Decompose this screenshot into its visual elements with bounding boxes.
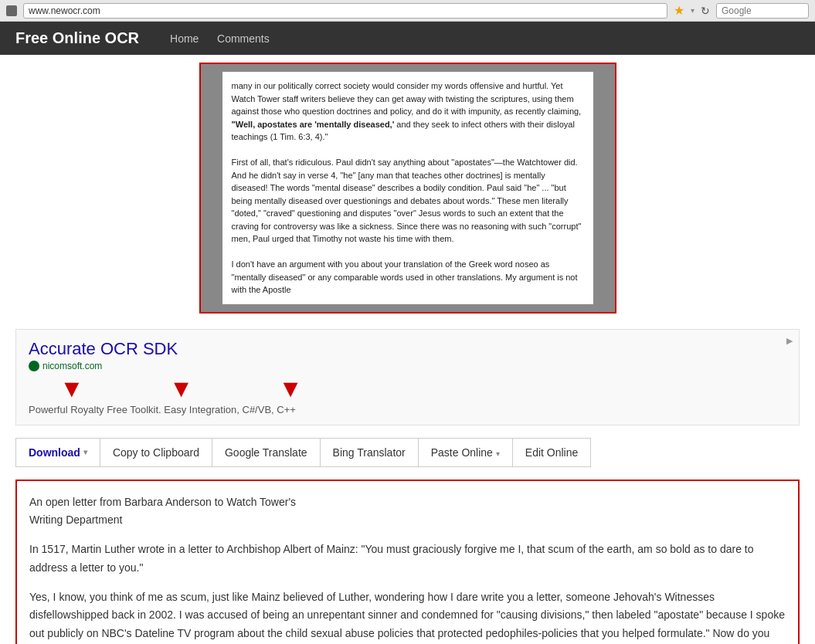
- download-chevron-icon: ▾: [83, 448, 87, 456]
- ocr-result: An open letter from Barbara Anderson to …: [15, 480, 800, 645]
- browser-favicon: [6, 5, 17, 16]
- google-translate-button[interactable]: Google Translate: [212, 439, 321, 466]
- ad-arrow-1: ▼: [59, 376, 84, 401]
- browser-url-input[interactable]: [23, 3, 667, 19]
- download-button[interactable]: Download ▾: [16, 439, 100, 466]
- action-buttons: Download ▾ Copy to Clipboard Google Tran…: [15, 438, 591, 467]
- ocr-text-block: many in our politically correct society …: [222, 72, 593, 304]
- browser-star-dropdown[interactable]: ▾: [691, 6, 694, 15]
- paste-chevron-icon: ▾: [496, 449, 500, 458]
- ocr-text-para2: First of all, that's ridiculous. Paul di…: [232, 156, 584, 246]
- site-nav: Home Comments: [170, 32, 285, 45]
- browser-star[interactable]: ★: [674, 3, 684, 18]
- nav-comments[interactable]: Comments: [217, 32, 270, 45]
- ad-arrow-2: ▼: [169, 376, 194, 401]
- main-content: many in our politically correct society …: [0, 55, 815, 644]
- ad-title-link[interactable]: Accurate OCR SDK: [29, 339, 178, 358]
- browser-search-input[interactable]: [716, 3, 809, 19]
- ad-arrow-3: ▼: [278, 376, 303, 401]
- browser-bar: ★ ▾ ↻: [0, 0, 815, 22]
- site-title: Free Online OCR: [15, 29, 139, 47]
- result-paragraph-1: An open letter from Barbara Anderson to …: [29, 493, 786, 530]
- ocr-text-para3: I don't have an argument with you about …: [232, 258, 584, 297]
- ad-url: nicomsoft.com: [29, 361, 786, 371]
- nav-home[interactable]: Home: [170, 32, 199, 45]
- ad-arrows: ▼ ▼ ▼: [59, 376, 786, 401]
- site-header: Free Online OCR Home Comments: [0, 22, 815, 55]
- paste-online-button[interactable]: Paste Online ▾: [419, 439, 513, 466]
- copy-clipboard-button[interactable]: Copy to Clipboard: [100, 439, 212, 466]
- ad-label: ▶: [786, 336, 793, 346]
- bing-translator-button[interactable]: Bing Translator: [321, 439, 419, 466]
- ad-description: Powerful Royalty Free Toolkit. Easy Inte…: [29, 404, 786, 415]
- ocr-image-container: many in our politically correct society …: [199, 63, 616, 314]
- ocr-text-para1: many in our politically correct society …: [232, 80, 584, 144]
- edit-online-button[interactable]: Edit Online: [513, 439, 590, 466]
- browser-refresh-icon[interactable]: ↻: [701, 5, 710, 17]
- result-paragraph-3: Yes, I know, you think of me as scum, ju…: [29, 588, 786, 644]
- ad-section: ▶ Accurate OCR SDK nicomsoft.com ▼ ▼ ▼ P…: [15, 329, 800, 425]
- result-paragraph-2: In 1517, Martin Luther wrote in a letter…: [29, 541, 786, 578]
- ad-favicon-icon: [29, 361, 39, 371]
